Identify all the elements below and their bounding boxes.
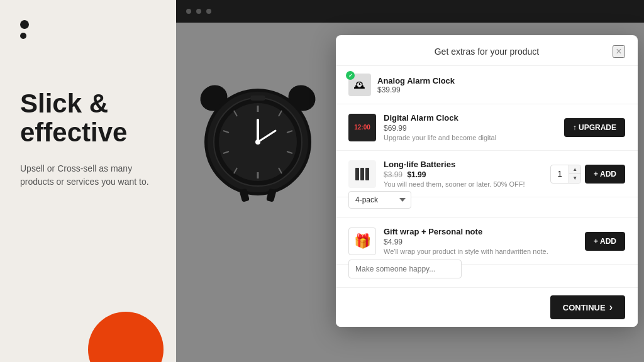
digital-clock-desc: Upgrade your life and become digital: [384, 134, 557, 141]
svg-rect-21: [250, 96, 265, 101]
upgrade-button[interactable]: ↑ UPGRADE: [564, 118, 625, 137]
modal-title: Get extras for your product: [361, 47, 613, 57]
variant-select[interactable]: 4-pack 8-pack: [348, 191, 411, 209]
browser-dot-1: [186, 9, 191, 14]
browser-dot-2: [196, 9, 201, 14]
logo-dot-large: [20, 20, 29, 29]
batteries-name: Long-life Batteries: [384, 160, 543, 169]
browser-bar: [176, 0, 644, 23]
gift-note-section: [336, 260, 638, 288]
upsell-section: 12:00 Digital Alarm Clock $69.99 Upgrade…: [336, 104, 638, 288]
upsell-item-batteries: Long-life Batteries $3.99 $1.99 You will…: [336, 151, 638, 197]
left-panel: Slick &effective Upsell or Cross-sell as…: [0, 0, 176, 362]
gift-info: Gift wrap + Personal note $4.99 We'll wr…: [384, 227, 577, 255]
digital-clock-price: $69.99: [384, 124, 557, 133]
digital-clock-price-value: $69.99: [384, 124, 407, 133]
batteries-prices: $3.99 $1.99: [384, 170, 543, 179]
upsell-item-gift: 🎁 Gift wrap + Personal note $4.99 We'll …: [336, 218, 638, 265]
battery-bar-1: [355, 168, 359, 180]
quantity-up-button[interactable]: ▲: [569, 165, 580, 174]
current-product-info: Analog Alarm Clock $39.99: [377, 76, 455, 94]
logo-dot-small: [20, 33, 26, 39]
batteries-price-original: $3.99: [384, 170, 402, 179]
continue-button[interactable]: CONTINUE: [550, 295, 625, 319]
modal-footer: CONTINUE: [336, 288, 638, 327]
clock-image: [189, 35, 327, 236]
upsell-item-digital-clock: 12:00 Digital Alarm Clock $69.99 Upgrade…: [336, 104, 638, 151]
orange-circle-decoration: [88, 312, 164, 362]
gift-desc: We'll wrap your product in style with ha…: [384, 248, 577, 255]
gift-name: Gift wrap + Personal note: [384, 227, 577, 236]
current-product-price: $39.99: [377, 85, 455, 94]
quantity-down-button[interactable]: ▼: [569, 174, 580, 183]
headline: Slick &effective: [20, 89, 156, 147]
battery-bar-2: [360, 168, 364, 180]
check-badge: [346, 71, 355, 80]
current-product-name: Analog Alarm Clock: [377, 76, 455, 85]
browser-content: Get extras for your product × 🕰 Analog A…: [176, 23, 644, 362]
modal-header: Get extras for your product ×: [336, 35, 638, 66]
digital-clock-info: Digital Alarm Clock $69.99 Upgrade your …: [384, 113, 557, 141]
current-product-row: 🕰 Analog Alarm Clock $39.99: [336, 66, 638, 104]
quantity-control[interactable]: 1 ▲ ▼: [550, 165, 581, 184]
batteries-image: [348, 160, 376, 188]
gift-price-value: $4.99: [384, 238, 402, 246]
digital-clock-name: Digital Alarm Clock: [384, 113, 557, 123]
batteries-info: Long-life Batteries $3.99 $1.99 You will…: [384, 160, 543, 188]
battery-bar-3: [365, 168, 369, 180]
browser-panel: Get extras for your product × 🕰 Analog A…: [176, 0, 644, 362]
upsell-modal: Get extras for your product × 🕰 Analog A…: [336, 35, 638, 327]
batteries-variant-section: 4-pack 8-pack: [336, 191, 638, 218]
gift-action: + ADD: [585, 232, 625, 251]
browser-dot-3: [206, 9, 211, 14]
modal-close-button[interactable]: ×: [613, 45, 625, 58]
gift-image: 🎁: [348, 228, 376, 255]
product-image-wrap: 🕰: [348, 74, 371, 96]
battery-icon: [355, 168, 369, 180]
svg-point-18: [255, 140, 260, 145]
batteries-action: 1 ▲ ▼ + ADD: [550, 165, 625, 184]
logo: [20, 20, 156, 39]
quantity-arrows: ▲ ▼: [569, 165, 580, 183]
batteries-price-sale: $1.99: [407, 170, 426, 179]
digital-clock-image: 12:00: [348, 114, 376, 141]
upgrade-action: ↑ UPGRADE: [564, 118, 625, 137]
batteries-add-button[interactable]: + ADD: [585, 165, 625, 184]
quantity-value: 1: [551, 167, 569, 181]
gift-note-input[interactable]: [348, 260, 462, 278]
gift-add-button[interactable]: + ADD: [585, 232, 625, 251]
subtext: Upsell or Cross-sell as many products or…: [20, 162, 156, 189]
gift-price: $4.99: [384, 238, 577, 246]
batteries-desc: You will need them, sooner or later. 50%…: [384, 180, 543, 188]
